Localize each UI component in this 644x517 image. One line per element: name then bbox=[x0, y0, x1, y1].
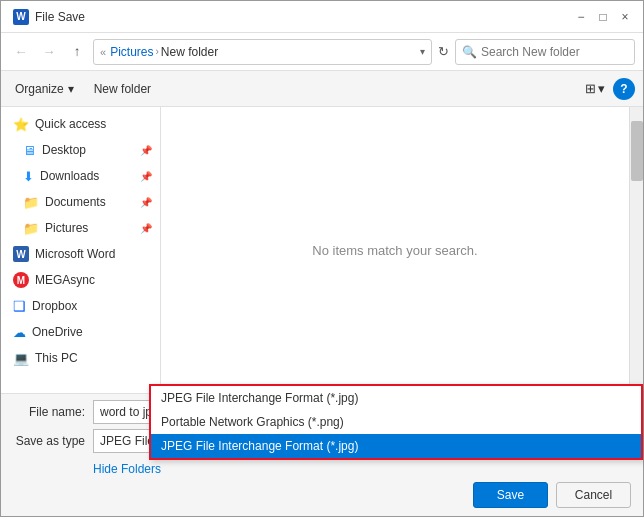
onedrive-icon: ☁ bbox=[13, 325, 26, 340]
breadcrumb-current: New folder bbox=[161, 45, 218, 59]
hide-folders-label[interactable]: Hide Folders bbox=[93, 462, 161, 476]
sidebar-label-pictures: Pictures bbox=[45, 221, 134, 235]
main-content: ⭐ Quick access 🖥 Desktop 📌 ⬇ Downloads 📌… bbox=[1, 107, 643, 393]
refresh-button[interactable]: ↻ bbox=[436, 42, 451, 61]
scrollbar-track[interactable] bbox=[629, 107, 643, 393]
sidebar-label-onedrive: OneDrive bbox=[32, 325, 152, 339]
megasync-icon: M bbox=[13, 272, 29, 288]
documents-pin-icon: 📌 bbox=[140, 197, 152, 208]
view-chevron-icon: ▾ bbox=[598, 81, 605, 96]
title-buttons: − □ × bbox=[571, 7, 635, 27]
cancel-button[interactable]: Cancel bbox=[556, 482, 631, 508]
desktop-pin-icon: 📌 bbox=[140, 145, 152, 156]
new-folder-label: New folder bbox=[94, 82, 151, 96]
sidebar-item-quick-access[interactable]: ⭐ Quick access bbox=[1, 111, 160, 137]
title-bar: W File Save − □ × bbox=[1, 1, 643, 33]
view-icon: ⊞ bbox=[585, 81, 596, 96]
back-button[interactable]: ← bbox=[9, 40, 33, 64]
dropdown-item-png[interactable]: Portable Network Graphics (*.png) bbox=[151, 410, 641, 434]
new-folder-button[interactable]: New folder bbox=[88, 79, 157, 99]
pictures-pin-icon: 📌 bbox=[140, 223, 152, 234]
hide-folders-row: Hide Folders bbox=[13, 458, 631, 478]
search-input[interactable] bbox=[481, 45, 631, 59]
downloads-icon: ⬇ bbox=[23, 169, 34, 184]
sidebar-label-megasync: MEGAsync bbox=[35, 273, 152, 287]
address-chevron-icon[interactable]: ▾ bbox=[420, 46, 425, 57]
sidebar-item-this-pc[interactable]: 💻 This PC bbox=[1, 345, 160, 371]
breadcrumb-pictures[interactable]: Pictures bbox=[110, 45, 153, 59]
sidebar-item-desktop[interactable]: 🖥 Desktop 📌 bbox=[1, 137, 160, 163]
organize-chevron-icon: ▾ bbox=[68, 82, 74, 96]
organize-label: Organize bbox=[15, 82, 64, 96]
help-button[interactable]: ? bbox=[613, 78, 635, 100]
address-double-arrow: « bbox=[100, 46, 106, 58]
scrollbar-thumb[interactable] bbox=[631, 121, 643, 181]
view-button[interactable]: ⊞ ▾ bbox=[581, 78, 609, 99]
documents-icon: 📁 bbox=[23, 195, 39, 210]
maximize-button[interactable]: □ bbox=[593, 7, 613, 27]
sidebar-item-onedrive[interactable]: ☁ OneDrive bbox=[1, 319, 160, 345]
sidebar-label-microsoft-word: Microsoft Word bbox=[35, 247, 152, 261]
filename-label: File name: bbox=[13, 405, 93, 419]
savetype-label: Save as type bbox=[13, 434, 93, 448]
sidebar-label-this-pc: This PC bbox=[35, 351, 152, 365]
microsoft-word-icon: W bbox=[13, 246, 29, 262]
sidebar-item-microsoft-word[interactable]: W Microsoft Word bbox=[1, 241, 160, 267]
minimize-button[interactable]: − bbox=[571, 7, 591, 27]
breadcrumb-separator: › bbox=[155, 46, 158, 57]
sidebar: ⭐ Quick access 🖥 Desktop 📌 ⬇ Downloads 📌… bbox=[1, 107, 161, 393]
toolbar: Organize ▾ New folder ⊞ ▾ ? bbox=[1, 71, 643, 107]
dropdown-item-jpg2[interactable]: JPEG File Interchange Format (*.jpg) bbox=[151, 434, 641, 458]
window-title: File Save bbox=[35, 10, 85, 24]
close-button[interactable]: × bbox=[615, 7, 635, 27]
sidebar-label-documents: Documents bbox=[45, 195, 134, 209]
downloads-pin-icon: 📌 bbox=[140, 171, 152, 182]
title-bar-left: W File Save bbox=[13, 9, 85, 25]
sidebar-item-megasync[interactable]: M MEGAsync bbox=[1, 267, 160, 293]
sidebar-item-pictures[interactable]: 📁 Pictures 📌 bbox=[1, 215, 160, 241]
sidebar-label-quick-access: Quick access bbox=[35, 117, 152, 131]
empty-message: No items match your search. bbox=[312, 243, 477, 258]
word-icon: W bbox=[13, 9, 29, 25]
quick-access-icon: ⭐ bbox=[13, 117, 29, 132]
savetype-dropdown: JPEG File Interchange Format (*.jpg) Por… bbox=[149, 384, 643, 460]
desktop-icon: 🖥 bbox=[23, 143, 36, 158]
organize-button[interactable]: Organize ▾ bbox=[9, 79, 80, 99]
save-button[interactable]: Save bbox=[473, 482, 548, 508]
sidebar-item-downloads[interactable]: ⬇ Downloads 📌 bbox=[1, 163, 160, 189]
sidebar-label-desktop: Desktop bbox=[42, 143, 134, 157]
pictures-icon: 📁 bbox=[23, 221, 39, 236]
address-bar: « Pictures › New folder ▾ bbox=[93, 39, 432, 65]
sidebar-label-downloads: Downloads bbox=[40, 169, 134, 183]
dropdown-item-jpg1[interactable]: JPEG File Interchange Format (*.jpg) bbox=[151, 386, 641, 410]
breadcrumb: Pictures › New folder bbox=[110, 45, 416, 59]
sidebar-item-dropbox[interactable]: ❑ Dropbox bbox=[1, 293, 160, 319]
search-icon: 🔍 bbox=[462, 45, 477, 59]
dropbox-icon: ❑ bbox=[13, 298, 26, 314]
search-bar: 🔍 bbox=[455, 39, 635, 65]
toolbar-right: ⊞ ▾ ? bbox=[581, 78, 635, 100]
nav-bar: ← → ↑ « Pictures › New folder ▾ ↻ 🔍 bbox=[1, 33, 643, 71]
forward-button[interactable]: → bbox=[37, 40, 61, 64]
file-area: No items match your search. bbox=[161, 107, 629, 393]
file-save-window: W File Save − □ × ← → ↑ « Pictures › New… bbox=[0, 0, 644, 517]
sidebar-item-documents[interactable]: 📁 Documents 📌 bbox=[1, 189, 160, 215]
sidebar-label-dropbox: Dropbox bbox=[32, 299, 152, 313]
this-pc-icon: 💻 bbox=[13, 351, 29, 366]
action-buttons: Save Cancel bbox=[13, 478, 631, 510]
up-button[interactable]: ↑ bbox=[65, 40, 89, 64]
